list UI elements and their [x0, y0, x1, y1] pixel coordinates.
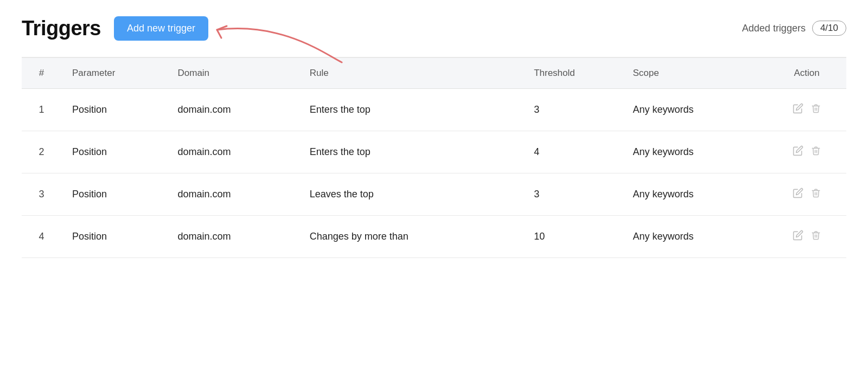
- cell-parameter-4: Position: [61, 216, 167, 258]
- cell-num-1: 1: [22, 89, 61, 131]
- triggers-table: # Parameter Domain Rule Threshold Scope …: [22, 58, 846, 258]
- col-header-domain: Domain: [167, 58, 299, 89]
- cell-domain-2: domain.com: [167, 131, 299, 173]
- cell-rule-1: Enters the top: [299, 89, 523, 131]
- col-header-scope: Scope: [622, 58, 768, 89]
- col-header-action: Action: [767, 58, 846, 89]
- cell-threshold-3: 3: [523, 173, 622, 216]
- cell-threshold-1: 3: [523, 89, 622, 131]
- trigger-count-badge: 4/10: [812, 21, 846, 36]
- edit-icon-row-4[interactable]: [793, 230, 803, 243]
- header-right: Added triggers 4/10: [742, 16, 846, 36]
- cell-num-3: 3: [22, 173, 61, 216]
- cell-scope-2: Any keywords: [622, 131, 768, 173]
- cell-action-1: [767, 89, 846, 131]
- cell-action-2: [767, 131, 846, 173]
- delete-icon-row-4[interactable]: [811, 230, 821, 243]
- cell-domain-3: domain.com: [167, 173, 299, 216]
- cell-parameter-2: Position: [61, 131, 167, 173]
- cell-rule-2: Enters the top: [299, 131, 523, 173]
- cell-scope-1: Any keywords: [622, 89, 768, 131]
- page-header: Triggers Add new trigger Added triggers …: [22, 16, 846, 41]
- delete-icon-row-2[interactable]: [811, 145, 821, 159]
- table-row: 1 Position domain.com Enters the top 3 A…: [22, 89, 846, 131]
- cell-parameter-3: Position: [61, 173, 167, 216]
- delete-icon-row-3[interactable]: [811, 188, 821, 201]
- cell-num-2: 2: [22, 131, 61, 173]
- cell-domain-1: domain.com: [167, 89, 299, 131]
- table-header: # Parameter Domain Rule Threshold Scope …: [22, 58, 846, 89]
- table-header-row: # Parameter Domain Rule Threshold Scope …: [22, 58, 846, 89]
- cell-action-3: [767, 173, 846, 216]
- added-triggers-label: Added triggers: [742, 23, 806, 34]
- add-trigger-button[interactable]: Add new trigger: [114, 16, 208, 41]
- table-row: 3 Position domain.com Leaves the top 3 A…: [22, 173, 846, 216]
- cell-num-4: 4: [22, 216, 61, 258]
- cell-scope-4: Any keywords: [622, 216, 768, 258]
- table-body: 1 Position domain.com Enters the top 3 A…: [22, 89, 846, 258]
- edit-icon-row-3[interactable]: [793, 188, 803, 201]
- cell-scope-3: Any keywords: [622, 173, 768, 216]
- cell-threshold-2: 4: [523, 131, 622, 173]
- cell-action-4: [767, 216, 846, 258]
- cell-domain-4: domain.com: [167, 216, 299, 258]
- edit-icon-row-1[interactable]: [793, 103, 803, 117]
- col-header-parameter: Parameter: [61, 58, 167, 89]
- cell-threshold-4: 10: [523, 216, 622, 258]
- cell-rule-3: Leaves the top: [299, 173, 523, 216]
- cell-rule-4: Changes by more than: [299, 216, 523, 258]
- triggers-table-container: # Parameter Domain Rule Threshold Scope …: [22, 57, 846, 258]
- header-left: Triggers Add new trigger: [22, 16, 208, 41]
- table-row: 4 Position domain.com Changes by more th…: [22, 216, 846, 258]
- edit-icon-row-2[interactable]: [793, 145, 803, 159]
- delete-icon-row-1[interactable]: [811, 103, 821, 117]
- col-header-threshold: Threshold: [523, 58, 622, 89]
- page-title: Triggers: [22, 17, 101, 40]
- col-header-rule: Rule: [299, 58, 523, 89]
- col-header-num: #: [22, 58, 61, 89]
- cell-parameter-1: Position: [61, 89, 167, 131]
- table-row: 2 Position domain.com Enters the top 4 A…: [22, 131, 846, 173]
